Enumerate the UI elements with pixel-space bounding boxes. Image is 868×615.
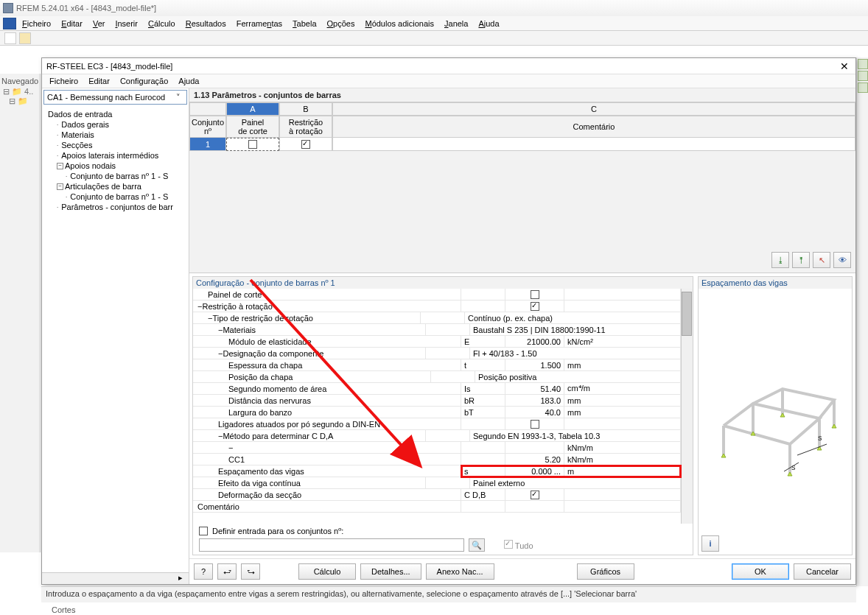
detail-row[interactable]: Módulo de elasticidadeE21000.00kN/cm² xyxy=(193,336,681,348)
detail-row[interactable]: − Designação da componenteFl + 40/183 - … xyxy=(193,348,681,359)
detail-value[interactable]: 40.0 xyxy=(505,407,564,418)
detail-row[interactable]: Comentário xyxy=(193,501,681,513)
prev-icon[interactable]: ⮐ xyxy=(217,563,237,580)
detail-value[interactable]: Painel externo xyxy=(470,477,681,488)
dlgmenu-ajuda[interactable]: Ajuda xyxy=(178,77,199,85)
detail-value[interactable]: Segundo EN 1993-1-3, Tabela 10.3 xyxy=(470,430,681,441)
detail-row[interactable]: Ligadores atuados por pó segundo a DIN-E… xyxy=(193,418,681,430)
detail-rows[interactable]: Painel de corte− Restrição à rotação− Ti… xyxy=(193,289,681,524)
checkbox-icon[interactable] xyxy=(531,491,539,499)
dlgmenu-editar[interactable]: Editar xyxy=(88,77,110,85)
detail-row[interactable]: Posição da chapaPosição positiva xyxy=(193,371,681,383)
calc-button[interactable]: Cálculo xyxy=(298,563,356,580)
collapse-icon[interactable]: − xyxy=(57,163,63,169)
menu-ajuda[interactable]: Ajuda xyxy=(478,19,499,28)
dlgmenu-ficheiro[interactable]: Ficheiro xyxy=(49,77,78,85)
import-icon[interactable]: ⭱ xyxy=(792,252,810,268)
info-icon[interactable]: i xyxy=(701,535,719,552)
menu-opcoes[interactable]: Opções xyxy=(327,19,355,28)
cell-comentario[interactable] xyxy=(332,138,855,151)
open-file-icon[interactable] xyxy=(19,32,31,44)
checkbox-icon[interactable] xyxy=(248,140,257,149)
detail-value[interactable] xyxy=(505,418,564,429)
ok-button[interactable]: OK xyxy=(732,563,789,580)
detail-value[interactable]: 183.0 xyxy=(505,395,564,406)
detail-value[interactable] xyxy=(505,301,564,312)
checkbox-icon[interactable] xyxy=(531,420,539,429)
menu-inserir[interactable]: Inserir xyxy=(115,19,138,28)
detail-row[interactable]: − Método para determinar C D,ASegundo EN… xyxy=(193,430,681,442)
view-icon[interactable]: 👁 xyxy=(833,252,851,268)
tree-conjunto-1a[interactable]: Conjunto de barras nº 1 - S xyxy=(70,172,168,180)
right-tool-2[interactable] xyxy=(858,71,868,81)
detail-row[interactable]: Deformação da secçãoC D,B xyxy=(193,489,681,501)
tree-apoios-nodais[interactable]: Apoios nodais xyxy=(65,161,116,170)
close-icon[interactable]: ✕ xyxy=(838,60,851,73)
detail-row[interactable]: − Tipo de restrição de rotaçãoContínuo (… xyxy=(193,312,681,324)
menu-ferramentas[interactable]: Ferramentas xyxy=(237,19,282,28)
col-c-letter[interactable]: C xyxy=(332,102,855,116)
help-icon[interactable]: ? xyxy=(194,563,213,580)
graficos-button[interactable]: Gráficos xyxy=(577,563,634,580)
details-button[interactable]: Detalhes... xyxy=(360,563,421,580)
detail-value[interactable]: Posição positiva xyxy=(475,371,681,382)
detail-row[interactable]: Painel de corte xyxy=(193,289,681,301)
detail-value[interactable]: 1.500 xyxy=(505,359,564,370)
cell-painel-de-corte[interactable] xyxy=(226,138,279,151)
tree-materiais[interactable]: Materiais xyxy=(61,130,94,139)
detail-row[interactable]: − kNm/m xyxy=(193,442,681,454)
menu-ver[interactable]: Ver xyxy=(93,19,105,28)
checkbox-icon[interactable] xyxy=(531,302,539,311)
case-combo[interactable]: CA1 - Bemessung nach Eurocod ˅ xyxy=(43,90,187,105)
col-b-letter[interactable]: B xyxy=(279,102,332,116)
pick-member-icon[interactable]: ↖ xyxy=(813,252,830,268)
cancel-button[interactable]: Cancelar xyxy=(794,563,851,580)
col-a-letter[interactable]: A xyxy=(226,102,279,116)
menu-ficheiro[interactable]: Ficheiro xyxy=(22,19,51,28)
define-checkbox[interactable] xyxy=(199,527,208,535)
detail-row[interactable]: Largura do banzobT40.0mm xyxy=(193,407,681,418)
new-file-icon[interactable] xyxy=(4,32,16,44)
menu-editar[interactable]: Editar xyxy=(61,19,83,28)
checkbox-icon[interactable] xyxy=(531,290,539,299)
detail-row[interactable]: Efeito da viga contínuaPainel externo xyxy=(193,477,681,489)
detail-value[interactable]: 21000.00 xyxy=(505,336,564,347)
tree-dados-gerais[interactable]: Dados gerais xyxy=(61,120,109,129)
detail-row[interactable]: Espaçamento das vigass0.000 ...m xyxy=(193,465,681,477)
checkbox-checked-icon[interactable] xyxy=(301,140,310,149)
detail-row[interactable]: Espessura da chapat1.500mm xyxy=(193,359,681,371)
pick-icon[interactable]: 🔍 xyxy=(469,538,485,552)
tree-root[interactable]: Dados de entrada xyxy=(48,110,112,119)
nav-tree[interactable]: Dados de entrada ·Dados gerais ·Materiai… xyxy=(42,106,189,572)
detail-value[interactable]: Fl + 40/183 - 1.50 xyxy=(470,348,681,359)
detail-value[interactable]: 0.000 ... xyxy=(505,465,564,477)
cell-restricao[interactable] xyxy=(279,138,332,151)
collapse-icon[interactable]: − xyxy=(228,443,233,452)
anexo-button[interactable]: Anexo Nac... xyxy=(426,563,494,580)
detail-value[interactable] xyxy=(505,489,564,500)
right-tool-1[interactable] xyxy=(858,59,868,69)
detail-value[interactable]: Contínuo (p. ex. chapa) xyxy=(465,312,681,323)
export-icon[interactable]: ⭳ xyxy=(771,252,789,268)
detail-value[interactable]: Baustahl S 235 | DIN 18800:1990-11 xyxy=(470,324,681,335)
next-icon[interactable]: ⮑ xyxy=(241,563,260,580)
menu-calculo[interactable]: Cálculo xyxy=(148,19,175,28)
detail-value[interactable]: 5.20 xyxy=(505,454,564,465)
collapse-icon[interactable]: − xyxy=(57,183,63,190)
tree-seccoes[interactable]: Secções xyxy=(61,141,92,150)
tree-parametros[interactable]: Parâmetros - conjuntos de barr xyxy=(61,203,173,211)
top-grid[interactable]: A B C Conjunto nº Painel de corte Restri… xyxy=(189,102,855,273)
vertical-scrollbar[interactable] xyxy=(681,289,693,524)
detail-value[interactable] xyxy=(505,289,564,300)
detail-value[interactable] xyxy=(505,501,564,512)
tree-articulacoes[interactable]: Articulações de barra xyxy=(65,182,141,191)
dlgmenu-config[interactable]: Configuração xyxy=(120,77,168,85)
grid-row-1[interactable]: 1 xyxy=(189,138,855,151)
detail-value[interactable] xyxy=(505,442,564,453)
detail-row[interactable]: Distância das nervurasbR183.0mm xyxy=(193,395,681,407)
members-input[interactable] xyxy=(199,538,464,552)
menu-modulos[interactable]: Módulos adicionais xyxy=(365,19,434,28)
tree-apoios-laterais[interactable]: Apoios laterais intermédios xyxy=(61,151,158,160)
tree-conjunto-1b[interactable]: Conjunto de barras nº 1 - S xyxy=(70,192,168,201)
detail-value[interactable]: 51.40 xyxy=(505,383,564,394)
